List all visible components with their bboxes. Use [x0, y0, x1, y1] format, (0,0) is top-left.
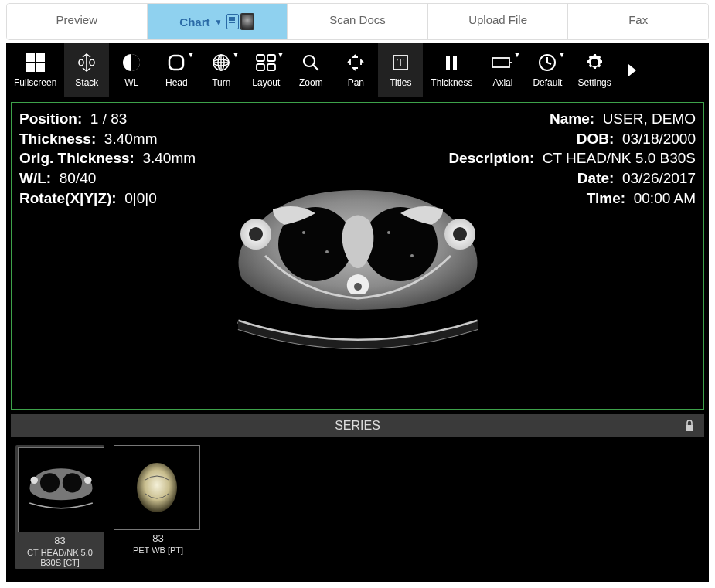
tab-scan-docs[interactable]: Scan Docs: [288, 4, 428, 39]
svg-point-38: [302, 231, 305, 234]
ct-slice-image: [211, 178, 505, 364]
svg-point-45: [31, 477, 38, 484]
series-header[interactable]: SERIES: [11, 414, 704, 437]
chevron-down-icon: ▼: [187, 51, 194, 59]
chart-tab-icons: [226, 13, 254, 30]
pan-button[interactable]: Pan: [333, 43, 378, 97]
zoom-button[interactable]: Zoom: [288, 43, 333, 97]
settings-button[interactable]: Settings: [570, 43, 618, 97]
layout-icon: [255, 53, 277, 73]
more-button[interactable]: [619, 43, 645, 97]
thumb-count: 83: [114, 532, 203, 544]
svg-point-41: [410, 254, 414, 257]
svg-rect-2: [26, 63, 35, 72]
series-thumb-ct[interactable]: 83 CT HEAD/NK 5.0 B30S [CT]: [15, 445, 104, 569]
svg-rect-23: [453, 56, 457, 70]
chevron-down-icon: ▼: [277, 51, 284, 59]
image-viewport[interactable]: Position: 1 / 83 Thickness: 3.40mm Orig.…: [11, 102, 704, 410]
axial-button[interactable]: ▼ Axial: [480, 43, 525, 97]
xray-thumb-icon: [240, 13, 254, 30]
svg-point-43: [40, 473, 60, 492]
zoom-icon: [301, 53, 320, 73]
head-icon: [166, 53, 186, 73]
svg-rect-22: [446, 56, 450, 70]
stack-button[interactable]: Stack: [64, 43, 109, 97]
document-icon: [226, 14, 239, 29]
svg-point-40: [387, 231, 390, 234]
contrast-icon: [121, 53, 141, 73]
globe-icon: [211, 53, 231, 73]
tab-chart-label: Chart: [179, 15, 209, 29]
svg-point-29: [592, 60, 597, 65]
svg-rect-16: [257, 64, 264, 70]
svg-rect-17: [267, 64, 275, 70]
svg-rect-1: [36, 53, 45, 62]
svg-rect-3: [36, 63, 45, 72]
fullscreen-icon: [26, 53, 46, 73]
svg-point-6: [90, 59, 94, 66]
clock-icon: [538, 53, 557, 73]
thumb-count: 83: [18, 535, 102, 546]
svg-point-39: [325, 250, 329, 253]
lock-icon[interactable]: [684, 420, 695, 432]
chevron-down-icon: ▼: [559, 51, 566, 59]
svg-point-44: [63, 473, 82, 492]
default-button[interactable]: ▼ Default: [525, 43, 570, 97]
turn-button[interactable]: ▼ Turn: [199, 43, 243, 97]
layout-button[interactable]: ▼ Layout: [243, 43, 288, 97]
svg-rect-24: [492, 58, 509, 67]
chevron-down-icon: ▼: [232, 51, 239, 59]
thumb-image: [114, 445, 200, 530]
svg-text:T: T: [397, 57, 404, 69]
viewer-toolbar: Fullscreen Stack WL ▼: [6, 43, 709, 97]
svg-rect-8: [169, 56, 183, 70]
svg-point-18: [304, 56, 315, 66]
svg-point-46: [84, 477, 91, 484]
overlay-left: Position: 1 / 83 Thickness: 3.40mm Orig.…: [19, 109, 196, 208]
titles-button[interactable]: T Titles: [378, 43, 423, 97]
stack-icon: [77, 53, 96, 73]
svg-rect-15: [267, 55, 275, 61]
pan-icon: [347, 53, 364, 73]
series-thumb-pet[interactable]: 83 PET WB [PT]: [114, 445, 203, 569]
thumb-name: CT HEAD/NK 5.0 B30S [CT]: [18, 548, 102, 567]
svg-rect-42: [686, 425, 693, 431]
svg-point-37: [354, 283, 362, 291]
svg-point-33: [249, 227, 263, 241]
thickness-button[interactable]: Thickness: [423, 43, 480, 97]
svg-marker-30: [628, 64, 636, 76]
top-tabs: Preview Chart▼ Scan Docs Upload File Fax: [6, 3, 709, 40]
axial-icon: [491, 53, 514, 73]
thumb-name: PET WB [PT]: [114, 546, 203, 556]
tab-preview[interactable]: Preview: [7, 4, 148, 39]
fullscreen-button[interactable]: Fullscreen: [6, 43, 64, 97]
wl-button[interactable]: WL: [109, 43, 154, 97]
thickness-icon: [443, 53, 460, 73]
tab-upload-file[interactable]: Upload File: [428, 4, 569, 39]
gear-icon: [584, 53, 604, 73]
svg-line-28: [547, 63, 551, 64]
svg-line-19: [313, 65, 318, 70]
svg-rect-0: [26, 53, 35, 62]
chevron-down-icon: ▼: [513, 51, 520, 59]
svg-rect-14: [257, 55, 264, 61]
dicom-viewer: Fullscreen Stack WL ▼: [6, 43, 709, 582]
series-title: SERIES: [335, 419, 380, 432]
titles-icon: T: [391, 53, 410, 73]
series-thumbnails: 83 CT HEAD/NK 5.0 B30S [CT]: [11, 437, 704, 577]
svg-point-5: [79, 59, 83, 66]
chevron-down-icon: ▼: [215, 18, 223, 26]
tab-chart[interactable]: Chart▼: [148, 4, 288, 39]
chevron-right-icon: [627, 60, 638, 80]
head-button[interactable]: ▼ Head: [154, 43, 199, 97]
thumb-image: [18, 447, 104, 532]
tab-fax[interactable]: Fax: [568, 4, 708, 39]
svg-point-34: [453, 227, 467, 241]
